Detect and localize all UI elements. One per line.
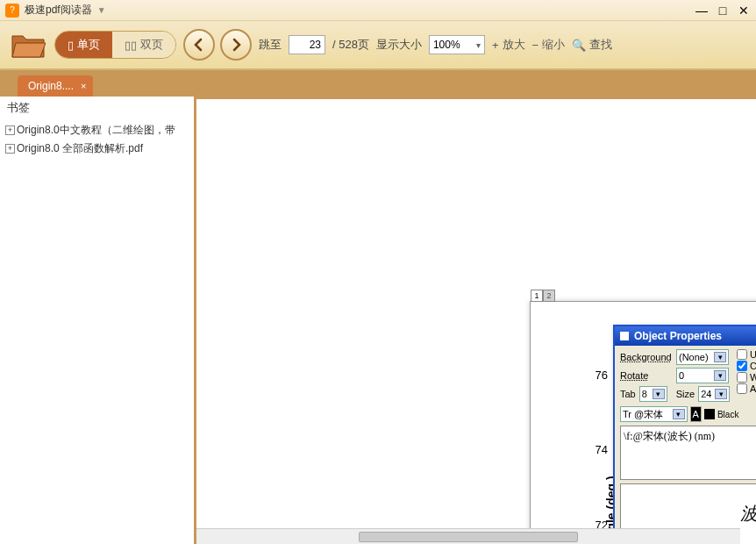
jump-to-label: 跳至 xyxy=(259,37,282,53)
single-page-label: 单页 xyxy=(77,37,100,53)
center-multi-check[interactable]: Center Multi L xyxy=(737,361,756,371)
close-button[interactable]: ✕ xyxy=(737,4,751,18)
sidebar-title: 书签 xyxy=(0,97,194,119)
zoom-in-button[interactable]: +放大 xyxy=(492,37,525,53)
layer-tab-2[interactable]: 2 xyxy=(543,290,555,302)
next-page-button[interactable] xyxy=(220,29,252,61)
bookmark-label: Origin8.0 全部函数解析.pdf xyxy=(17,141,143,156)
background-select[interactable]: (None)▾ xyxy=(676,349,729,365)
tab-close-button[interactable]: × xyxy=(81,81,86,91)
background-label: Background xyxy=(620,352,673,362)
find-button[interactable]: 🔍查找 xyxy=(572,37,612,53)
single-page-button[interactable]: ▯ 单页 xyxy=(55,32,112,58)
size-input[interactable]: 24▾ xyxy=(698,386,730,402)
expand-icon[interactable]: + xyxy=(5,144,15,154)
single-page-icon: ▯ xyxy=(68,39,74,52)
horizontal-scrollbar[interactable] xyxy=(196,528,740,544)
apply-all-check[interactable]: Apply formatting to all labe xyxy=(737,383,756,394)
app-title: 极速pdf阅读器 xyxy=(25,3,92,18)
size-label: Size xyxy=(676,389,695,399)
rotate-select[interactable]: 0▾ xyxy=(676,368,729,383)
dialog-title-text: Object Properties xyxy=(634,330,722,342)
double-page-icon: ▯▯ xyxy=(125,39,137,52)
plus-icon: + xyxy=(492,39,499,52)
search-icon: 🔍 xyxy=(572,39,586,52)
tab-label: Tab xyxy=(620,389,636,399)
bookmark-item[interactable]: + Origin8.0 全部函数解析.pdf xyxy=(0,140,194,158)
rotate-label: Rotate xyxy=(620,370,673,381)
object-properties-dialog: Object Properties ✕ Background (None)▾ xyxy=(613,325,756,528)
zoom-out-button[interactable]: −缩小 xyxy=(532,37,566,53)
prev-page-button[interactable] xyxy=(183,29,215,61)
display-size-label: 显示大小 xyxy=(376,37,422,53)
total-pages-label: / 528页 xyxy=(332,37,369,53)
preview-area: 波长 (nm) xyxy=(620,483,756,528)
expand-icon[interactable]: + xyxy=(5,125,15,135)
dialog-icon xyxy=(620,332,629,340)
dialog-titlebar[interactable]: Object Properties ✕ xyxy=(615,326,756,346)
bookmark-item[interactable]: + Origin8.0中文教程（二维绘图，带 xyxy=(0,121,194,140)
app-icon: ? xyxy=(5,4,19,18)
y-tick: 74 xyxy=(596,443,608,456)
tab-label: Origin8.... xyxy=(28,80,74,92)
zoom-select[interactable]: 100% xyxy=(429,35,485,54)
font-color-button[interactable]: A xyxy=(690,406,702,422)
document-viewer: 1 2 SPR angle (deg.) 6870727476 38404244… xyxy=(196,97,756,544)
double-page-button[interactable]: ▯▯ 双页 xyxy=(112,32,175,58)
minimize-button[interactable]: — xyxy=(695,4,709,18)
document-page: 1 2 SPR angle (deg.) 6870727476 38404244… xyxy=(530,301,756,528)
open-file-button[interactable] xyxy=(9,29,47,61)
y-tick: 72 xyxy=(596,519,608,529)
font-select[interactable]: Tr @宋体▾ xyxy=(620,406,688,422)
app-menu-dropdown-icon[interactable]: ▼ xyxy=(97,5,106,15)
white-out-check[interactable]: White Out xyxy=(737,372,756,383)
y-tick: 76 xyxy=(596,368,608,381)
double-page-label: 双页 xyxy=(140,37,163,53)
bookmark-list: + Origin8.0中文教程（二维绘图，带 + Origin8.0 全部函数解… xyxy=(0,119,194,544)
page-number-input[interactable] xyxy=(289,35,325,54)
maximize-button[interactable]: □ xyxy=(716,4,730,18)
text-input-area[interactable]: \f:@宋体(波长) (nm) xyxy=(620,426,756,480)
layer-tab-1[interactable]: 1 xyxy=(531,290,543,302)
tab-input[interactable]: 8▾ xyxy=(639,386,667,402)
color-label: Black xyxy=(717,410,738,419)
minus-icon: − xyxy=(532,39,539,52)
color-swatch[interactable] xyxy=(704,409,715,419)
use-system-font-check[interactable]: Use System Font xyxy=(737,349,756,360)
document-tab[interactable]: Origin8.... × xyxy=(18,75,93,97)
bookmark-label: Origin8.0中文教程（二维绘图，带 xyxy=(17,123,175,138)
